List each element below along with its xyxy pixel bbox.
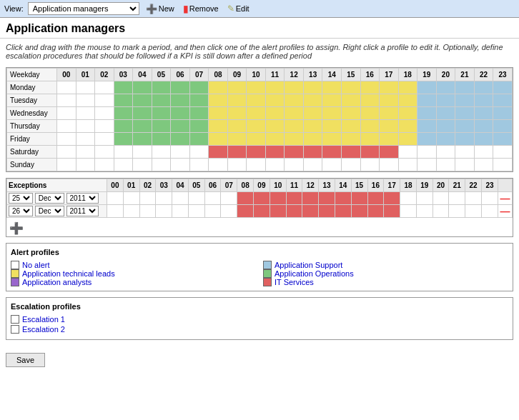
exc-grid-cell[interactable] [351,205,367,218]
grid-cell[interactable] [322,107,342,120]
grid-cell[interactable] [247,133,266,146]
grid-cell[interactable] [322,81,342,94]
grid-cell[interactable] [57,107,76,120]
exc-grid-cell[interactable] [384,205,400,218]
save-button[interactable]: Save [6,353,45,367]
exc-grid-cell[interactable] [123,192,139,205]
grid-cell[interactable] [341,120,360,133]
new-button[interactable]: ➕ New [144,3,177,15]
grid-cell[interactable] [380,146,399,159]
grid-cell[interactable] [417,159,437,171]
exc-grid-cell[interactable] [319,192,335,205]
exc-grid-cell[interactable] [254,192,270,205]
exc-grid-cell[interactable] [481,205,498,218]
grid-cell[interactable] [265,159,285,171]
grid-cell[interactable] [474,159,493,171]
exception-year-select[interactable]: 2010201120122013 [66,206,99,216]
exc-grid-cell[interactable] [139,205,156,218]
grid-cell[interactable] [360,120,380,133]
grid-cell[interactable] [380,94,399,107]
grid-cell[interactable] [341,94,360,107]
exc-grid-cell[interactable] [270,192,286,205]
grid-cell[interactable] [114,146,133,159]
exc-grid-cell[interactable] [335,192,351,205]
grid-cell[interactable] [209,159,228,171]
alert-profile-item[interactable]: Application Operations [263,269,508,278]
grid-cell[interactable] [341,107,360,120]
profile-label[interactable]: Application Support [275,261,342,269]
grid-cell[interactable] [152,94,171,107]
escalation-checkbox[interactable] [11,325,19,334]
grid-cell[interactable] [57,120,76,133]
grid-cell[interactable] [57,94,76,107]
exc-grid-cell[interactable] [449,192,465,205]
grid-cell[interactable] [189,146,209,159]
grid-cell[interactable] [189,94,209,107]
grid-cell[interactable] [322,159,342,171]
grid-cell[interactable] [474,133,493,146]
alert-profile-item[interactable]: IT Services [263,278,508,286]
grid-cell[interactable] [76,120,95,133]
grid-cell[interactable] [152,133,171,146]
grid-cell[interactable] [474,120,493,133]
grid-cell[interactable] [380,81,399,94]
grid-cell[interactable] [227,94,247,107]
grid-cell[interactable] [436,159,455,171]
grid-cell[interactable] [95,159,114,171]
exc-grid-cell[interactable] [188,205,204,218]
grid-cell[interactable] [285,81,304,94]
grid-cell[interactable] [133,94,152,107]
grid-cell[interactable] [398,94,417,107]
grid-cell[interactable] [303,94,322,107]
exc-grid-cell[interactable] [237,192,254,205]
grid-cell[interactable] [474,107,493,120]
grid-cell[interactable] [455,94,475,107]
grid-cell[interactable] [76,146,95,159]
grid-cell[interactable] [474,146,493,159]
remove-exception-button[interactable]: — [499,193,512,204]
grid-cell[interactable] [189,120,209,133]
exc-grid-cell[interactable] [432,192,449,205]
alert-profile-item[interactable]: No alert [11,261,256,269]
grid-cell[interactable] [285,120,304,133]
grid-cell[interactable] [227,107,247,120]
grid-cell[interactable] [209,120,228,133]
grid-cell[interactable] [398,81,417,94]
grid-cell[interactable] [360,159,380,171]
grid-cell[interactable] [265,107,285,120]
grid-cell[interactable] [417,133,437,146]
grid-cell[interactable] [152,159,171,171]
grid-cell[interactable] [303,133,322,146]
grid-cell[interactable] [417,107,437,120]
grid-cell[interactable] [209,94,228,107]
grid-cell[interactable] [398,120,417,133]
grid-cell[interactable] [493,146,513,159]
grid-cell[interactable] [133,159,152,171]
grid-cell[interactable] [227,81,247,94]
exc-grid-cell[interactable] [384,192,400,205]
grid-cell[interactable] [455,146,475,159]
grid-cell[interactable] [360,146,380,159]
alert-profile-item[interactable]: Application technical leads [11,269,256,278]
grid-cell[interactable] [265,146,285,159]
grid-cell[interactable] [114,133,133,146]
grid-cell[interactable] [95,107,114,120]
grid-cell[interactable] [76,133,95,146]
exc-grid-cell[interactable] [416,205,432,218]
grid-cell[interactable] [152,81,171,94]
grid-cell[interactable] [95,133,114,146]
grid-cell[interactable] [133,107,152,120]
grid-cell[interactable] [493,120,513,133]
grid-cell[interactable] [189,133,209,146]
grid-cell[interactable] [133,120,152,133]
grid-cell[interactable] [76,159,95,171]
grid-cell[interactable] [171,146,190,159]
grid-cell[interactable] [285,94,304,107]
grid-cell[interactable] [209,133,228,146]
grid-cell[interactable] [493,133,513,146]
grid-cell[interactable] [436,120,455,133]
exc-grid-cell[interactable] [465,192,482,205]
grid-cell[interactable] [57,81,76,94]
grid-cell[interactable] [152,107,171,120]
grid-cell[interactable] [360,107,380,120]
